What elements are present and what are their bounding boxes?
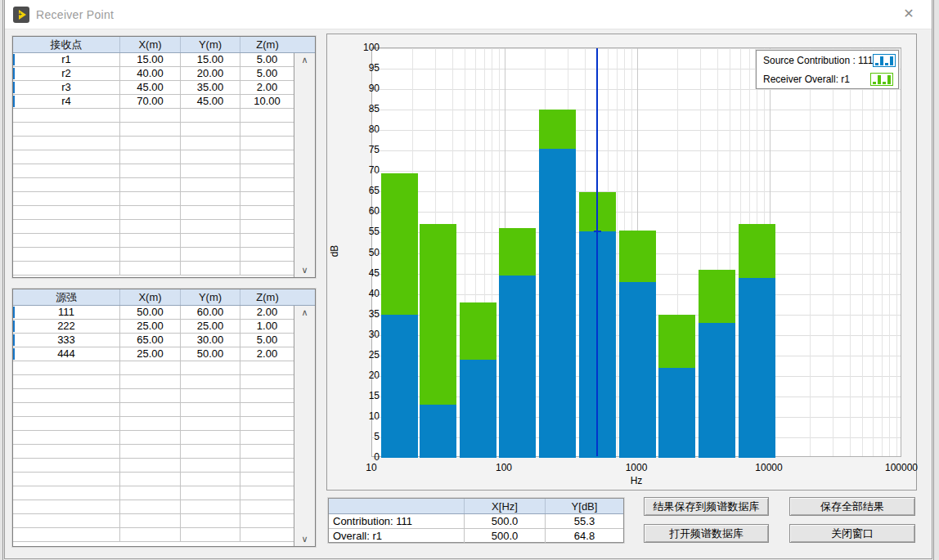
table-cell[interactable]: 25.00 xyxy=(120,320,181,333)
table-cell[interactable] xyxy=(240,192,294,205)
table-cell[interactable] xyxy=(13,473,120,486)
cursor-x-value[interactable]: 500.0 xyxy=(465,514,546,528)
table-row-empty[interactable] xyxy=(13,248,294,262)
table-cell[interactable] xyxy=(240,528,294,541)
table-cell[interactable] xyxy=(120,109,181,122)
table-cell[interactable] xyxy=(181,361,240,374)
scroll-up-icon[interactable]: ∧ xyxy=(294,53,315,67)
table-cell[interactable] xyxy=(13,361,120,374)
table-row-empty[interactable] xyxy=(13,220,294,234)
table-cell[interactable] xyxy=(240,234,294,247)
open-spectrum-db-button[interactable]: 打开频谱数据库 xyxy=(644,524,769,543)
table-row-empty[interactable] xyxy=(13,206,294,220)
table-cell[interactable] xyxy=(13,459,120,472)
table-cell[interactable]: 30.00 xyxy=(181,334,240,347)
table-row-empty[interactable] xyxy=(13,431,294,445)
receiver-table-scrollbar[interactable]: ∧ ∨ xyxy=(294,53,315,277)
table-cell[interactable] xyxy=(13,528,120,541)
table-cell[interactable]: r1 xyxy=(13,53,120,66)
table-cell[interactable] xyxy=(181,459,240,472)
table-cell[interactable] xyxy=(13,206,120,219)
table-cell[interactable] xyxy=(181,262,240,275)
save-all-results-button[interactable]: 保存全部结果 xyxy=(789,497,915,516)
table-row-empty[interactable] xyxy=(13,417,294,431)
table-row[interactable]: 11150.0060.002.00 xyxy=(13,306,294,320)
table-cell[interactable] xyxy=(13,234,120,247)
table-cell[interactable] xyxy=(13,137,120,150)
table-cell[interactable] xyxy=(120,150,181,164)
table-cell[interactable]: 111 xyxy=(13,306,120,319)
table-cell[interactable]: 70.00 xyxy=(120,95,181,108)
table-cell[interactable] xyxy=(181,234,240,247)
table-cell[interactable] xyxy=(240,500,294,513)
table-cell[interactable] xyxy=(120,192,181,205)
scroll-down-icon[interactable]: ∨ xyxy=(294,263,315,277)
table-cell[interactable] xyxy=(240,417,294,430)
table-cell[interactable] xyxy=(240,178,294,191)
table-cell[interactable] xyxy=(13,389,120,402)
table-cell[interactable] xyxy=(120,528,181,541)
table-cell[interactable] xyxy=(120,403,181,416)
table-cell[interactable]: 333 xyxy=(13,334,120,347)
table-cell[interactable]: r2 xyxy=(13,67,120,80)
table-cell[interactable] xyxy=(120,178,181,191)
table-row-empty[interactable] xyxy=(13,150,294,164)
cursor-table-row[interactable]: Contribution: 111500.055.3 xyxy=(329,514,623,529)
table-cell[interactable]: 25.00 xyxy=(181,320,240,333)
table-row-empty[interactable] xyxy=(13,403,294,417)
table-cell[interactable] xyxy=(181,150,240,164)
table-cell[interactable] xyxy=(120,417,181,430)
table-cell[interactable]: 45.00 xyxy=(120,81,181,94)
table-cell[interactable]: 2.00 xyxy=(240,347,294,361)
table-cell[interactable] xyxy=(120,234,181,247)
table-cell[interactable]: 2.00 xyxy=(240,306,294,319)
table-cell[interactable] xyxy=(240,220,294,233)
table-row-empty[interactable] xyxy=(13,473,294,486)
table-cell[interactable] xyxy=(181,403,240,416)
legend-item[interactable]: Receiver Overall: r1 xyxy=(757,69,898,88)
table-row[interactable]: r115.0015.005.00 xyxy=(13,53,294,67)
table-cell[interactable]: 50.00 xyxy=(181,347,240,361)
plot-area[interactable] xyxy=(371,47,901,457)
table-row-empty[interactable] xyxy=(13,137,294,150)
table-row[interactable]: r240.0020.005.00 xyxy=(13,67,294,81)
table-cell[interactable] xyxy=(240,486,294,500)
table-cell[interactable] xyxy=(181,528,240,541)
table-cell[interactable] xyxy=(13,514,120,527)
table-cell[interactable]: 45.00 xyxy=(181,95,240,108)
table-cell[interactable] xyxy=(13,486,120,500)
table-cell[interactable] xyxy=(240,375,294,388)
table-cell[interactable] xyxy=(13,164,120,177)
table-cell[interactable] xyxy=(13,431,120,444)
table-cell[interactable] xyxy=(181,192,240,205)
scroll-up-icon[interactable]: ∧ xyxy=(294,306,315,320)
table-cell[interactable] xyxy=(13,220,120,233)
table-cell[interactable]: 60.00 xyxy=(181,306,240,319)
table-cell[interactable] xyxy=(13,248,120,261)
table-cell[interactable] xyxy=(120,459,181,472)
table-cell[interactable] xyxy=(120,164,181,177)
table-cell[interactable] xyxy=(181,389,240,402)
table-cell[interactable]: 1.00 xyxy=(240,320,294,333)
table-cell[interactable] xyxy=(240,150,294,164)
table-cell[interactable] xyxy=(240,109,294,122)
table-cell[interactable] xyxy=(181,417,240,430)
table-row-empty[interactable] xyxy=(13,123,294,137)
table-cell[interactable] xyxy=(120,445,181,458)
table-cell[interactable] xyxy=(120,361,181,374)
table-cell[interactable]: 40.00 xyxy=(120,67,181,80)
table-cell[interactable] xyxy=(13,109,120,122)
table-cell[interactable]: 20.00 xyxy=(181,67,240,80)
table-row-empty[interactable] xyxy=(13,375,294,389)
table-row[interactable]: 22225.0025.001.00 xyxy=(13,320,294,334)
table-cell[interactable] xyxy=(13,262,120,275)
table-cell[interactable] xyxy=(120,248,181,261)
table-cell[interactable] xyxy=(240,262,294,275)
table-cell[interactable] xyxy=(240,361,294,374)
table-cell[interactable] xyxy=(181,178,240,191)
table-cell[interactable]: 35.00 xyxy=(181,81,240,94)
table-cell[interactable] xyxy=(13,403,120,416)
table-cell[interactable]: 2.00 xyxy=(240,81,294,94)
table-cell[interactable] xyxy=(13,445,120,458)
table-cell[interactable] xyxy=(181,375,240,388)
